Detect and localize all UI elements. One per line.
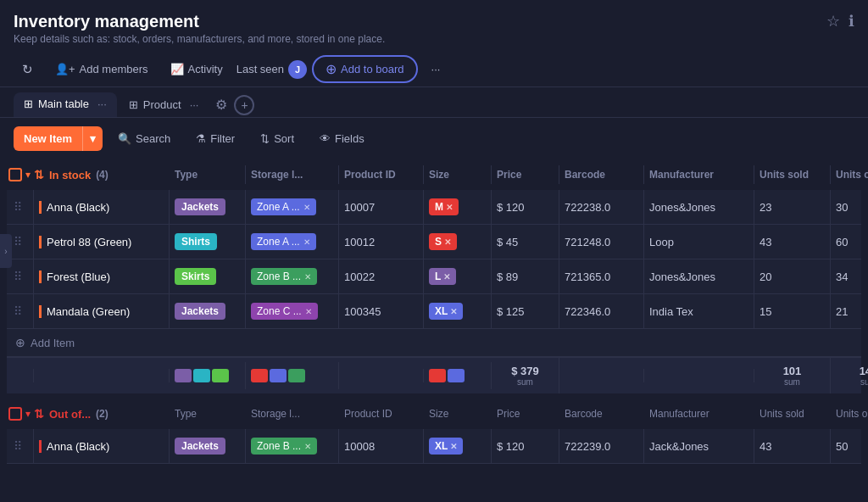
size-close-out-1[interactable]: ✕ — [450, 442, 457, 451]
units-ord-cell: 34 — [831, 259, 868, 293]
name-cell[interactable]: Anna (Black) — [34, 429, 170, 463]
col-unitssold-header-2: Units sold — [754, 404, 831, 423]
header-icons: ☆ ℹ — [826, 12, 854, 31]
group-in-stock: ▾ ⇅ In stock (4) Type Storage l... Produ… — [7, 159, 861, 393]
search-button[interactable]: 🔍 Search — [108, 127, 181, 150]
group-out-chevron[interactable]: ▾ — [25, 408, 31, 420]
zone-tag-4[interactable]: Zone C ... ✕ — [251, 303, 318, 320]
add-view-button[interactable]: + — [234, 95, 254, 115]
zone-close-1[interactable]: ✕ — [303, 203, 310, 212]
price-sum-value: $ 379 — [511, 365, 539, 377]
swatch-shirts — [193, 369, 210, 382]
group-in-stock-checkbox[interactable] — [8, 168, 22, 181]
units-ord-1: 30 — [836, 201, 848, 214]
zone-tag-1[interactable]: Zone A ... ✕ — [251, 198, 316, 215]
summary-units-sold: 101 sum — [754, 358, 831, 393]
add-to-board-button[interactable]: ⊕ Add to board — [312, 55, 417, 83]
col-productid-header: Product ID — [339, 165, 424, 184]
product-more[interactable]: ··· — [190, 98, 199, 111]
add-item-row[interactable]: ⊕ Add Item — [7, 329, 861, 357]
size-tag-1[interactable]: M ✕ — [429, 198, 459, 215]
zone-cell: Zone A ... ✕ — [246, 190, 339, 224]
name-cell[interactable]: Mandala (Green) — [34, 294, 170, 328]
add-members-label: Add members — [80, 63, 148, 75]
size-close-4[interactable]: ✕ — [450, 307, 457, 316]
row-name-1: Anna (Black) — [39, 201, 109, 214]
type-tag-4[interactable]: Jackets — [175, 303, 225, 320]
size-tag-out-1[interactable]: XL ✕ — [429, 438, 463, 455]
summary-price: $ 379 sum — [492, 358, 559, 393]
price-out-1: $ 120 — [497, 440, 525, 453]
units-sold-cell: 23 — [754, 190, 831, 224]
drag-handle-icon[interactable]: ⠿ — [14, 200, 22, 214]
tab-product[interactable]: ⊞ Product ··· — [119, 93, 209, 116]
type-tag-out-1[interactable]: Jackets — [175, 438, 225, 455]
add-members-button[interactable]: 👤+ Add members — [47, 59, 157, 80]
zone-close-out-1[interactable]: ✕ — [304, 442, 311, 451]
units-sold-cell: 20 — [754, 259, 831, 293]
new-item-chevron-icon[interactable]: ▾ — [82, 126, 103, 151]
type-cell: Skirts — [170, 259, 246, 293]
col-price-header-2: Price — [492, 404, 559, 423]
zone-tag-3[interactable]: Zone B ... ✕ — [251, 268, 317, 285]
manufacturer-4: India Tex — [649, 305, 693, 318]
star-button[interactable]: ☆ — [826, 12, 840, 31]
manufacturer-3: Jones&Jones — [649, 271, 715, 283]
zone-tag-out-1[interactable]: Zone B ... ✕ — [251, 438, 317, 455]
size-close-3[interactable]: ✕ — [443, 272, 450, 282]
settings-icon[interactable]: ⚙ — [215, 98, 227, 112]
summary-empty-3 — [339, 369, 424, 382]
type-tag-3[interactable]: Skirts — [175, 268, 216, 285]
name-cell[interactable]: Anna (Black) — [34, 190, 170, 224]
name-cell[interactable]: Petrol 88 (Green) — [34, 225, 170, 259]
size-close-2[interactable]: ✕ — [444, 237, 451, 247]
filter-button[interactable]: ⚗ Filter — [186, 127, 245, 150]
drag-handle-icon[interactable]: ⠿ — [14, 304, 22, 318]
type-tag-2[interactable]: Shirts — [175, 233, 217, 250]
activity-button[interactable]: 📈 Activity — [162, 59, 231, 80]
in-stock-text: In stock — [49, 169, 91, 181]
expand-tab[interactable]: › — [0, 234, 12, 268]
drag-handle-icon[interactable]: ⠿ — [14, 270, 22, 283]
refresh-button[interactable]: ↻ — [14, 58, 42, 81]
zone-close-4[interactable]: ✕ — [305, 307, 312, 316]
group-in-stock-label: ⇅ In stock (4) — [34, 168, 170, 181]
col-storage-header: Storage l... — [246, 165, 339, 184]
type-tag-1[interactable]: Jackets — [175, 198, 225, 215]
zone-close-3[interactable]: ✕ — [304, 272, 311, 282]
size-cell: M ✕ — [424, 190, 492, 224]
table-row-out-1: ⠿ Anna (Black) Jackets Zone B ... ✕ 1000… — [7, 429, 861, 464]
row-handle-cell: ⠿ — [8, 294, 34, 328]
settings-tab[interactable]: ⚙ — [215, 97, 227, 113]
more-options-button[interactable]: ··· — [423, 59, 449, 80]
main-table-more[interactable]: ··· — [97, 98, 107, 110]
price-3: $ 89 — [497, 271, 518, 283]
drag-handle-icon[interactable]: ⠿ — [14, 439, 22, 453]
group-out-checkbox[interactable] — [8, 407, 22, 421]
col-price-header: Price — [492, 165, 559, 184]
fields-label: Fields — [335, 132, 364, 145]
summary-zone-swatches — [246, 362, 339, 389]
size-close-1[interactable]: ✕ — [446, 203, 453, 212]
group-out-of-stock: ▾ ⇅ Out of... (2) Type Storage l... Prod… — [7, 399, 861, 464]
add-view-icon[interactable]: + — [234, 95, 254, 115]
units-ord-3: 34 — [836, 271, 848, 283]
size-cell: S ✕ — [424, 225, 492, 259]
filter-label: Filter — [210, 132, 235, 145]
add-item-label: Add Item — [31, 337, 75, 349]
zone-close-2[interactable]: ✕ — [303, 237, 310, 247]
size-tag-4[interactable]: XL ✕ — [429, 303, 463, 320]
group-in-stock-chevron[interactable]: ▾ — [25, 169, 31, 181]
info-button[interactable]: ℹ — [849, 12, 854, 31]
fields-button[interactable]: 👁 Fields — [309, 127, 375, 150]
zone-tag-2[interactable]: Zone A ... ✕ — [251, 233, 316, 250]
tab-main-table[interactable]: ⊞ Main table ··· — [14, 92, 117, 117]
name-cell[interactable]: Forest (Blue) — [34, 259, 170, 293]
new-item-button[interactable]: New Item ▾ — [14, 126, 103, 151]
drag-handle-icon[interactable]: ⠿ — [14, 235, 22, 248]
sort-button[interactable]: ⇅ Sort — [250, 127, 304, 150]
col-type-header: Type — [170, 165, 246, 184]
productid-cell: 10007 — [339, 190, 424, 224]
size-tag-3[interactable]: L ✕ — [429, 268, 456, 285]
size-tag-2[interactable]: S ✕ — [429, 233, 457, 250]
